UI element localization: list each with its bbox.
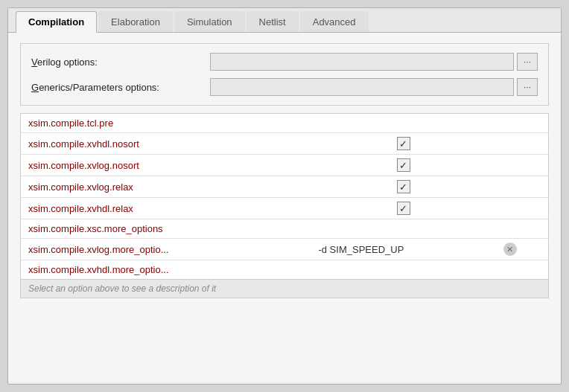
tab-netlist[interactable]: Netlist: [247, 11, 299, 32]
description-bar: Select an option above to see a descript…: [20, 280, 549, 298]
prop-name: xsim.compile.xvhdl.more_optio...: [21, 260, 311, 280]
content-area: Verilog options: ··· Generics/Parameters…: [8, 33, 561, 382]
description-text: Select an option above to see a descript…: [28, 283, 216, 294]
prop-value: -d SIM_SPEED_UP: [311, 239, 495, 260]
checkbox[interactable]: ✓: [397, 137, 410, 150]
verilog-input[interactable]: [210, 53, 514, 71]
checkbox[interactable]: ✓: [397, 202, 410, 215]
prop-name: xsim.compile.xvhdl.relax: [21, 198, 311, 219]
prop-name: xsim.compile.xvlog.nosort: [21, 155, 311, 176]
verilog-label: Verilog options:: [31, 57, 210, 68]
table-row: xsim.compile.xvlog.relax✓: [21, 176, 549, 198]
prop-value[interactable]: ✓: [311, 133, 495, 155]
prop-action: [496, 133, 549, 155]
prop-name: xsim.compile.xvlog.more_optio...: [21, 239, 311, 260]
prop-action: ✕: [496, 239, 549, 260]
table-row: xsim.compile.xvlog.more_optio...-d SIM_S…: [21, 239, 549, 260]
options-section: Verilog options: ··· Generics/Parameters…: [20, 43, 549, 106]
generics-label-rest: enerics/Parameters options:: [39, 82, 159, 93]
tab-advanced[interactable]: Advanced: [300, 11, 369, 32]
prop-action: [496, 155, 549, 176]
tab-simulation[interactable]: Simulation: [174, 11, 245, 32]
main-panel: CompilationElaborationSimulationNetlistA…: [7, 7, 562, 385]
tab-elaboration[interactable]: Elaboration: [98, 11, 173, 32]
prop-value: [311, 219, 495, 239]
clear-button[interactable]: ✕: [503, 242, 517, 256]
outer-container: CompilationElaborationSimulationNetlistA…: [0, 0, 569, 392]
table-row: xsim.compile.xvhdl.nosort✓: [21, 133, 549, 155]
generics-browse-button[interactable]: ···: [517, 78, 538, 96]
prop-name: xsim.compile.xvlog.relax: [21, 176, 311, 198]
table-row: xsim.compile.xvlog.nosort✓: [21, 155, 549, 176]
prop-value[interactable]: ✓: [311, 198, 495, 219]
properties-table: xsim.compile.tcl.prexsim.compile.xvhdl.n…: [20, 113, 549, 280]
prop-value[interactable]: ✓: [311, 176, 495, 198]
prop-name: xsim.compile.xvhdl.nosort: [21, 133, 311, 155]
checkbox[interactable]: ✓: [397, 158, 410, 172]
checkbox[interactable]: ✓: [397, 180, 410, 193]
generics-input[interactable]: [210, 78, 514, 96]
generics-options-row: Generics/Parameters options: ···: [31, 78, 538, 96]
table-row: xsim.compile.xsc.more_options: [21, 219, 549, 239]
prop-action: [496, 114, 549, 133]
table-row: xsim.compile.tcl.pre: [21, 114, 549, 133]
table-row: xsim.compile.xvhdl.relax✓: [21, 198, 549, 219]
prop-action: [496, 176, 549, 198]
verilog-label-rest: erilog options:: [37, 57, 98, 68]
prop-action: [496, 260, 549, 280]
prop-name: xsim.compile.tcl.pre: [21, 114, 311, 133]
prop-value[interactable]: ✓: [311, 155, 495, 176]
prop-action: [496, 198, 549, 219]
prop-action: [496, 219, 549, 239]
verilog-browse-button[interactable]: ···: [517, 53, 538, 71]
generics-label: Generics/Parameters options:: [31, 82, 210, 93]
verilog-options-row: Verilog options: ···: [31, 53, 538, 71]
prop-name: xsim.compile.xsc.more_options: [21, 219, 311, 239]
tab-bar: CompilationElaborationSimulationNetlistA…: [8, 8, 561, 33]
table-row: xsim.compile.xvhdl.more_optio...: [21, 260, 549, 280]
tab-compilation[interactable]: Compilation: [16, 11, 97, 33]
prop-value: [311, 260, 495, 280]
prop-value: [311, 114, 495, 133]
